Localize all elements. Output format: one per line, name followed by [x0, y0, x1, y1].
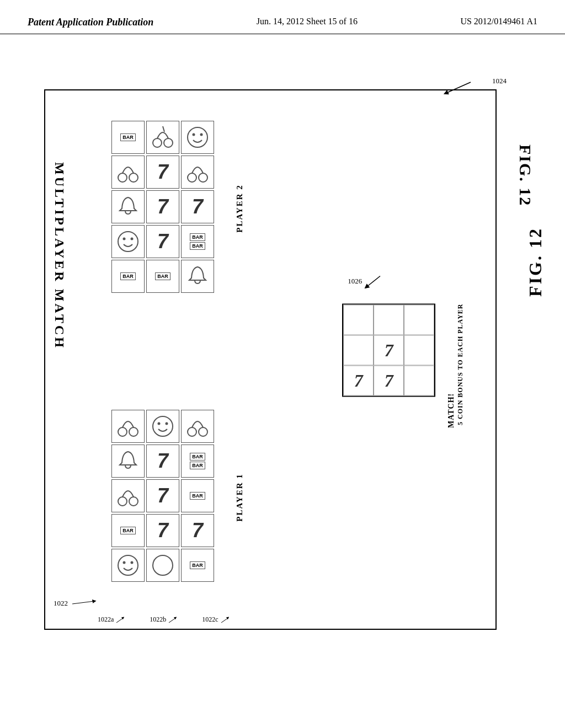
fig-label-outer: FIG. 12: [525, 227, 546, 297]
match-text: MATCH! 5 COIN BONUS TO EACH PLAYER: [446, 304, 465, 429]
svg-point-1: [153, 138, 162, 147]
ref-1022-arrow: [70, 598, 97, 609]
p1-r3c2: 7: [146, 479, 179, 512]
svg-line-29: [116, 618, 124, 623]
svg-point-15: [129, 427, 138, 436]
fig-12-text: FIG. 12: [525, 227, 546, 297]
mc-r3c3: [404, 366, 434, 396]
p2-r2c2: 7: [146, 156, 179, 189]
p2-r1c1: BAR: [111, 121, 145, 154]
p1-r2c2: 7: [146, 445, 179, 478]
p2-r1c2: [146, 121, 179, 154]
match-line1: MATCH!: [446, 304, 456, 429]
svg-line-30: [169, 618, 176, 623]
sheet-info: Jun. 14, 2012 Sheet 15 of 16: [257, 17, 358, 26]
svg-point-24: [123, 561, 126, 564]
svg-point-5: [193, 133, 195, 136]
match-grid: 7 7 7: [342, 304, 435, 397]
p1-r4c3: 7: [181, 514, 214, 547]
p1-r1c1: [111, 410, 145, 443]
p2-r5c3: [181, 260, 214, 293]
ref-1022b: 1022b: [150, 615, 179, 624]
match-seven-2: 7: [354, 371, 363, 391]
player1-label: PLAYER 1: [235, 473, 244, 522]
figure-label: FIG. 12: [516, 144, 535, 206]
p2-r2c3: [181, 156, 214, 189]
p1-r3c3: BAR: [181, 479, 214, 512]
mc-r1c1: [343, 305, 374, 335]
svg-point-12: [123, 238, 126, 240]
p1-r2c1: [111, 445, 145, 478]
p1-r5c1: [111, 549, 145, 582]
player1-grid: 7 BAR BAR 7 BAR: [111, 410, 214, 582]
p2-r3c3: 7: [181, 190, 214, 223]
mc-r2c1: [343, 335, 374, 366]
p1-r5c2: [146, 549, 179, 582]
svg-point-19: [188, 427, 196, 436]
svg-point-21: [118, 497, 127, 506]
p1-r2c3: BAR BAR: [181, 445, 214, 478]
svg-point-2: [164, 138, 173, 147]
svg-line-27: [366, 276, 380, 287]
svg-line-31: [221, 618, 228, 623]
svg-point-23: [118, 555, 138, 575]
main-content: FIG. 12 1024 MULTIPLAYER MATCH BAR: [0, 34, 565, 718]
svg-point-18: [166, 422, 168, 425]
svg-point-9: [188, 173, 196, 182]
p2-r4c2: 7: [146, 225, 179, 258]
page-header: Patent Application Publication Jun. 14, …: [0, 0, 565, 34]
patent-number: US 2012/0149461 A1: [460, 17, 537, 26]
ref-1026-arrow: [364, 274, 397, 290]
svg-line-0: [446, 82, 471, 93]
mc-r3c1: 7: [343, 366, 374, 396]
diagram-box: 1024 MULTIPLAYER MATCH BAR: [44, 89, 497, 630]
match-seven-3: 7: [385, 371, 393, 391]
ref-1022-label: 1022: [54, 598, 97, 609]
svg-line-28: [72, 601, 94, 604]
p1-r4c1: BAR: [111, 514, 145, 547]
ref-1026-label: 1026: [348, 274, 397, 290]
mc-r1c2: [374, 305, 404, 335]
p1-r3c1: [111, 479, 145, 512]
svg-point-10: [199, 173, 207, 182]
svg-point-13: [131, 238, 134, 240]
mc-r3c2: 7: [374, 366, 404, 396]
svg-point-11: [118, 232, 138, 251]
svg-point-20: [199, 427, 207, 436]
p2-r3c2: 7: [146, 190, 179, 223]
p2-r4c1: [111, 225, 145, 258]
p1-r1c2: [146, 410, 179, 443]
p2-r5c1: BAR: [111, 260, 145, 293]
svg-point-26: [153, 555, 173, 575]
svg-point-6: [200, 133, 203, 136]
ref-1024-label: 1024: [492, 77, 507, 85]
player2-label: PLAYER 2: [235, 184, 244, 233]
match-result-area: 1026 7: [342, 304, 465, 429]
mc-r1c3: [404, 305, 434, 335]
player2-section: BAR 7: [111, 121, 214, 296]
svg-point-25: [131, 561, 134, 564]
svg-point-7: [118, 173, 127, 182]
player2-grid: BAR 7: [111, 121, 214, 293]
p2-r4c3: BAR BAR: [181, 225, 214, 258]
mc-r2c2: 7: [374, 335, 404, 366]
match-seven-1: 7: [385, 340, 393, 361]
multiplayer-title: MULTIPLAYER MATCH: [52, 162, 67, 350]
p2-r3c1: [111, 190, 145, 223]
p2-r5c2: BAR: [146, 260, 179, 293]
svg-point-4: [188, 127, 207, 147]
svg-line-3: [163, 126, 164, 132]
mc-r2c3: [404, 335, 434, 366]
ref-columns: 1022a 1022b 1022c: [98, 615, 231, 624]
ref-1022a: 1022a: [98, 615, 126, 624]
ref-1024-arrow: [440, 79, 473, 96]
p2-r1c3: [181, 121, 214, 154]
svg-point-16: [153, 416, 173, 436]
ref-1022c: 1022c: [202, 615, 231, 624]
p1-r1c3: [181, 410, 214, 443]
player1-section: 7 BAR BAR 7 BAR: [111, 410, 214, 585]
svg-point-17: [158, 422, 161, 425]
p2-r2c1: [111, 156, 145, 189]
svg-point-14: [118, 427, 127, 436]
p1-r4c2: 7: [146, 514, 179, 547]
